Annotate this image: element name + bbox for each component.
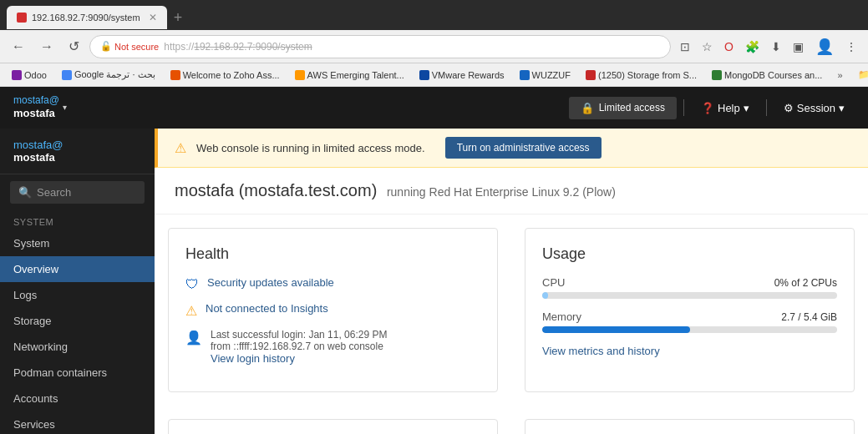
help-button[interactable]: ❓ Help ▾ xyxy=(691,97,759,119)
usage-card: Usage CPU 0% of 2 CPUs xyxy=(525,228,855,392)
bookmark-wuzzuf[interactable]: WUZZUF xyxy=(515,68,576,82)
sidebar-item-networking[interactable]: Networking xyxy=(0,334,155,360)
sidebar: mostafa@ mostafa 🔍 Search System System … xyxy=(0,129,155,434)
bookmark-zoho[interactable]: Welcome to Zoho Ass... xyxy=(165,68,285,82)
bookmark-aws-icon xyxy=(295,70,305,80)
memory-label-row: Memory 2.7 / 5.4 GiB xyxy=(542,310,837,323)
bookmark-odoo-icon xyxy=(12,70,22,80)
usage-card-title: Usage xyxy=(542,245,837,263)
active-tab[interactable]: 192.168.92.7:9090/system ✕ xyxy=(7,6,167,29)
page-os-info: running Red Hat Enterprise Linux 9.2 (Pl… xyxy=(387,185,616,199)
user-icon: 👤 xyxy=(185,330,202,346)
lock-broken-icon: 🔓 xyxy=(100,41,112,52)
health-card: Health 🛡 Security updates available ⚠ No… xyxy=(168,228,498,392)
health-card-title: Health xyxy=(185,245,480,263)
memory-value: 2.7 / 5.4 GiB xyxy=(781,311,837,323)
sidebar-item-overview[interactable]: Overview xyxy=(0,256,155,282)
memory-bar-background xyxy=(542,326,837,333)
turn-on-admin-access-button[interactable]: Turn on administrative access xyxy=(445,137,602,159)
user-menu-chevron: ▾ xyxy=(63,103,67,112)
shield-icon: 🛡 xyxy=(185,277,199,292)
bookmark-storage-icon xyxy=(586,70,596,80)
bookmark-aws[interactable]: AWS Emerging Talent... xyxy=(290,68,409,82)
sidebar-item-logs[interactable]: Logs xyxy=(0,282,155,308)
banner-text: Web console is running in limited access… xyxy=(196,142,425,154)
memory-usage-item: Memory 2.7 / 5.4 GiB xyxy=(542,310,837,333)
bookmark-zoho-icon xyxy=(170,70,180,80)
profile-button[interactable]: 👤 xyxy=(811,34,838,59)
sidebar-item-podman[interactable]: Podman containers xyxy=(0,360,155,386)
screenshot-button[interactable]: ⊡ xyxy=(676,34,694,59)
tab-favicon xyxy=(17,13,27,23)
bookmark-mongodb-icon xyxy=(712,70,722,80)
address-bar[interactable]: 🔓 Not secure https://192.168.92.7:9090/s… xyxy=(89,35,671,58)
reload-button[interactable]: ↺ xyxy=(63,35,84,58)
warning-icon: ⚠ xyxy=(175,140,186,156)
search-box[interactable]: 🔍 Search xyxy=(10,181,145,204)
cpu-bar-background xyxy=(542,292,837,299)
bookmarks-more-button[interactable]: » xyxy=(832,68,847,82)
forward-button[interactable]: → xyxy=(35,36,58,58)
insights-link[interactable]: Not connected to Insights xyxy=(206,302,328,315)
memory-label: Memory xyxy=(542,310,581,323)
login-from-text: from ::ffff:192.168.92.7 on web console xyxy=(211,341,387,352)
sidebar-item-accounts[interactable]: Accounts xyxy=(0,386,155,411)
cards-grid: Health 🛡 Security updates available ⚠ No… xyxy=(155,214,868,406)
user-email: mostafa@ xyxy=(13,94,59,108)
limited-access-label: Limited access xyxy=(599,102,665,114)
search-icon: 🔍 xyxy=(18,186,32,199)
search-placeholder-text: Search xyxy=(37,186,71,199)
sidebar-machine: mostafa xyxy=(13,151,141,164)
new-tab-button[interactable]: + xyxy=(174,9,183,27)
bookmark-storage[interactable]: (1250) Storage from S... xyxy=(581,68,702,82)
all-bookmarks-button[interactable]: 📁 All Bookmarks xyxy=(853,63,868,87)
user-menu[interactable]: mostafa@ mostafa ▾ xyxy=(13,94,67,121)
sidebar-item-storage[interactable]: Storage xyxy=(0,308,155,334)
topbar-divider2 xyxy=(766,99,767,116)
insights-item: ⚠ Not connected to Insights xyxy=(185,302,480,319)
page-hostname: mostafa (mostafa.test.com) xyxy=(175,181,377,199)
opera-button[interactable]: O xyxy=(720,34,738,59)
split-view-button[interactable]: ▣ xyxy=(789,34,808,59)
bookmark-mongodb[interactable]: MongoDB Courses an... xyxy=(707,68,827,82)
bookmark-google-icon xyxy=(62,70,72,80)
insights-warning-icon: ⚠ xyxy=(185,303,197,319)
cpu-label-row: CPU 0% of 2 CPUs xyxy=(542,276,837,289)
download-button[interactable]: ⬇ xyxy=(767,34,785,59)
bottom-cards-grid: System information Configuration xyxy=(155,406,868,434)
limited-access-button[interactable]: 🔒 Limited access xyxy=(569,97,677,119)
view-metrics-link[interactable]: View metrics and history xyxy=(542,345,837,357)
security-updates-item: 🛡 Security updates available xyxy=(185,276,480,292)
tab-close[interactable]: ✕ xyxy=(149,12,157,23)
bookmarks-folder-icon: 📁 xyxy=(858,69,868,80)
sidebar-username[interactable]: mostafa@ xyxy=(13,139,141,151)
cpu-value: 0% of 2 CPUs xyxy=(774,277,837,289)
bookmark-odoo[interactable]: Odoo xyxy=(7,68,52,82)
view-login-history-link[interactable]: View login history xyxy=(211,352,295,365)
user-machine-topbar: mostafa xyxy=(13,107,59,121)
extensions-button[interactable]: 🧩 xyxy=(741,34,764,59)
sidebar-search-area: 🔍 Search xyxy=(0,174,155,210)
sidebar-item-system[interactable]: System xyxy=(0,230,155,256)
gear-icon: ⚙ xyxy=(784,102,794,114)
last-login-text: Last successful login: Jan 11, 06:29 PM xyxy=(211,329,387,341)
login-item: 👤 Last successful login: Jan 11, 06:29 P… xyxy=(185,329,480,365)
bookmark-google[interactable]: Google بحث · ترجمة xyxy=(57,68,160,82)
warning-banner: ⚠ Web console is running in limited acce… xyxy=(155,129,868,168)
tab-title: 192.168.92.7:9090/system xyxy=(32,13,140,23)
url-display: https://192.168.92.7:9090/system xyxy=(164,41,312,53)
bookmark-vmware-icon xyxy=(419,70,429,80)
menu-button[interactable]: ⋮ xyxy=(841,34,861,59)
help-circle-icon: ❓ xyxy=(701,102,714,114)
bookmark-vmware[interactable]: VMware Rewards xyxy=(414,68,510,82)
session-button[interactable]: ⚙ Session ▾ xyxy=(774,97,855,119)
sidebar-section-system: System xyxy=(0,210,155,230)
security-updates-link[interactable]: Security updates available xyxy=(207,276,334,289)
bookmark-star-button[interactable]: ☆ xyxy=(698,34,717,59)
system-info-card: System information xyxy=(168,419,498,434)
sidebar-user-info: mostafa@ mostafa xyxy=(0,129,155,174)
sidebar-item-services[interactable]: Services xyxy=(0,411,155,434)
bookmarks-bar: Odoo Google بحث · ترجمة Welcome to Zoho … xyxy=(0,63,868,87)
back-button[interactable]: ← xyxy=(7,36,30,58)
cpu-usage-item: CPU 0% of 2 CPUs xyxy=(542,276,837,299)
